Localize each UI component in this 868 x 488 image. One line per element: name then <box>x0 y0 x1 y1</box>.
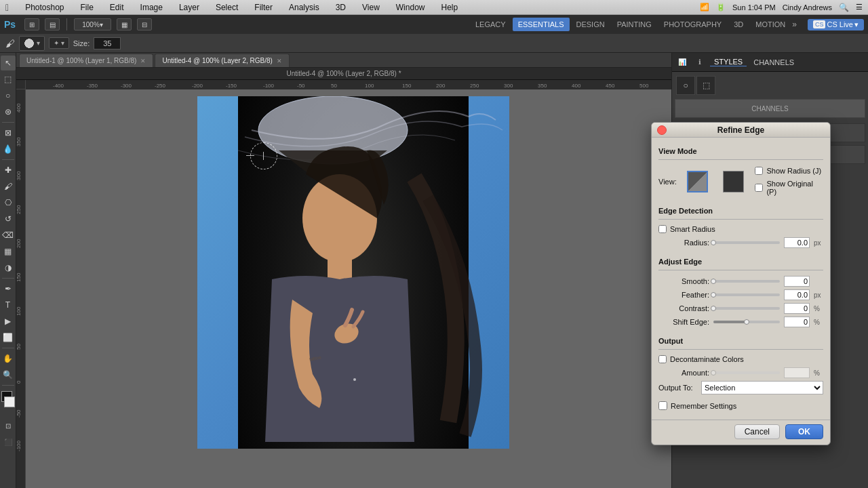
feather-value-input[interactable] <box>784 289 810 300</box>
healing-tool[interactable]: ✚ <box>1 163 16 178</box>
color-swatches <box>3 391 14 413</box>
info-icon[interactable]: ℹ <box>692 55 707 70</box>
more-workspaces-icon[interactable]: » <box>792 20 797 29</box>
panel-btn-1[interactable]: ○ <box>676 76 695 95</box>
menu-select[interactable]: Select <box>213 3 241 12</box>
menu-edit[interactable]: Edit <box>107 3 127 12</box>
move-tool[interactable]: ↖ <box>1 56 16 70</box>
remember-row: Remember Settings <box>658 401 823 410</box>
path-tool[interactable]: ▶ <box>1 314 16 329</box>
clone-tool[interactable]: ⎔ <box>1 195 16 210</box>
ok-button[interactable]: OK <box>785 424 823 439</box>
histogram-icon[interactable]: 📊 <box>675 55 690 70</box>
ws-tab-essentials[interactable]: ESSENTIALS <box>513 18 570 31</box>
history-tool[interactable]: ↺ <box>1 211 16 226</box>
menu-layer[interactable]: Layer <box>176 3 202 12</box>
doc-tab-1-close[interactable]: ✕ <box>140 58 146 64</box>
ws-tab-3d[interactable]: 3D <box>728 18 749 31</box>
shape-tool[interactable]: ⬜ <box>1 330 16 345</box>
contrast-slider[interactable] <box>713 307 780 310</box>
dialog-body: View Mode View: Show Radius (J) Show <box>652 138 830 420</box>
brush-tool[interactable]: 🖌 <box>1 179 16 194</box>
type-tool[interactable]: T <box>1 298 16 312</box>
crop-tool[interactable]: ⊠ <box>1 125 16 140</box>
menu-photoshop[interactable]: Photoshop <box>22 3 66 12</box>
radius-value-input[interactable] <box>784 237 810 248</box>
lasso-tool[interactable]: ○ <box>1 88 16 103</box>
remember-settings-checkbox[interactable] <box>658 401 667 410</box>
smooth-slider[interactable] <box>713 280 780 283</box>
eyedropper-tool[interactable]: 💧 <box>1 142 16 157</box>
brush-preset-btn[interactable]: ▾ <box>19 36 45 51</box>
menu-right-area: 📶 🔋 Sun 1:04 PM Cindy Andrews 🔍 ☰ <box>700 3 863 12</box>
menu-image[interactable]: Image <box>138 3 165 12</box>
ws-tab-photography[interactable]: PHOTOGRAPHY <box>658 18 727 31</box>
menu-window[interactable]: Window <box>393 3 428 12</box>
canvas-image: tattoo <box>197 96 509 449</box>
menu-help[interactable]: Help <box>438 3 460 12</box>
doc-tab-2[interactable]: Untitled-4 @ 100% (Layer 2, RGB/8) ✕ <box>155 54 289 67</box>
arrange-btn[interactable]: ⊟ <box>137 18 152 30</box>
background-color[interactable] <box>4 396 15 407</box>
radius-slider[interactable] <box>713 241 780 244</box>
eraser-tool[interactable]: ⌫ <box>1 228 16 243</box>
tool-sep-2 <box>2 159 14 160</box>
menu-list-icon[interactable]: ☰ <box>856 3 863 12</box>
show-radius-checkbox[interactable] <box>755 167 763 175</box>
ws-tab-motion[interactable]: MOTION <box>750 18 791 31</box>
amount-value-input <box>784 367 810 378</box>
menu-view[interactable]: View <box>359 3 382 12</box>
amount-unit: % <box>814 369 823 377</box>
zoom-dropdown-icon[interactable]: ▾ <box>100 21 103 28</box>
cs-live-button[interactable]: CS CS Live ▾ <box>808 19 864 30</box>
cancel-button[interactable]: Cancel <box>734 424 780 439</box>
smooth-value-input[interactable] <box>784 276 810 287</box>
view-btn[interactable]: ▦ <box>117 18 132 30</box>
apple-menu[interactable]:  <box>5 2 9 13</box>
menu-3d[interactable]: 3D <box>333 3 349 12</box>
show-original-checkbox[interactable] <box>755 184 763 192</box>
zoom-tool[interactable]: 🔍 <box>1 367 16 382</box>
menu-search-icon[interactable]: 🔍 <box>839 3 849 12</box>
shift-edge-slider[interactable] <box>713 321 780 323</box>
shift-edge-value-input[interactable] <box>784 317 810 327</box>
selection-tool[interactable]: ⬚ <box>1 72 16 87</box>
dialog-close-btn[interactable] <box>657 125 667 135</box>
svg-text:50: 50 <box>331 83 337 89</box>
view-thumbnail-alt[interactable] <box>723 171 744 192</box>
svg-rect-19 <box>16 89 26 488</box>
quick-mask-btn[interactable]: ⊡ <box>1 418 16 433</box>
svg-text:-150: -150 <box>226 83 237 89</box>
screen-mode-btn[interactable]: ⬛ <box>1 434 16 449</box>
hand-tool[interactable]: ✋ <box>1 351 16 366</box>
pen-tool[interactable]: ✒ <box>1 281 16 296</box>
gradient-tool[interactable]: ▦ <box>1 244 16 259</box>
ws-tab-painting[interactable]: PAINTING <box>612 18 657 31</box>
menu-filter[interactable]: Filter <box>252 3 275 12</box>
dodge-tool[interactable]: ◑ <box>1 260 16 275</box>
ws-tab-design[interactable]: DESIGN <box>571 18 610 31</box>
feather-slider[interactable] <box>713 293 780 296</box>
open-doc-btn[interactable]: ▤ <box>45 18 60 30</box>
brush-type-btn[interactable]: ✦ ▾ <box>49 37 69 49</box>
contrast-value-input[interactable] <box>784 303 810 314</box>
zoom-btn[interactable]: 100% ▾ <box>74 18 111 30</box>
doc-tab-2-close[interactable]: ✕ <box>277 58 282 64</box>
quick-select-tool[interactable]: ⊛ <box>1 104 16 119</box>
smart-radius-checkbox[interactable] <box>658 225 667 233</box>
panel-btn-2[interactable]: ⬚ <box>696 76 715 95</box>
new-doc-btn[interactable]: ⊞ <box>24 18 39 30</box>
styles-tab[interactable]: STYLES <box>710 58 747 66</box>
decontaminate-checkbox[interactable] <box>658 355 667 363</box>
channels-tab[interactable]: CHANNELS <box>749 58 798 66</box>
app-bar: Ps ⊞ ▤ 100% ▾ ▦ ⊟ LEGACY ESSENTIALS DESI… <box>0 15 868 34</box>
ws-tab-legacy[interactable]: LEGACY <box>470 18 511 31</box>
view-thumbnail-active[interactable] <box>687 171 708 192</box>
menu-file[interactable]: File <box>78 3 96 12</box>
menu-analysis[interactable]: Analysis <box>286 3 322 12</box>
output-to-select[interactable]: Selection Layer Mask New Layer New Layer… <box>701 381 823 394</box>
doc-tab-1[interactable]: Untitled-1 @ 100% (Layer 1, RGB/8) ✕ <box>19 54 153 67</box>
cs-live-dropdown-icon[interactable]: ▾ <box>854 20 859 29</box>
svg-text:-250: -250 <box>155 83 166 89</box>
size-input[interactable] <box>94 37 121 49</box>
